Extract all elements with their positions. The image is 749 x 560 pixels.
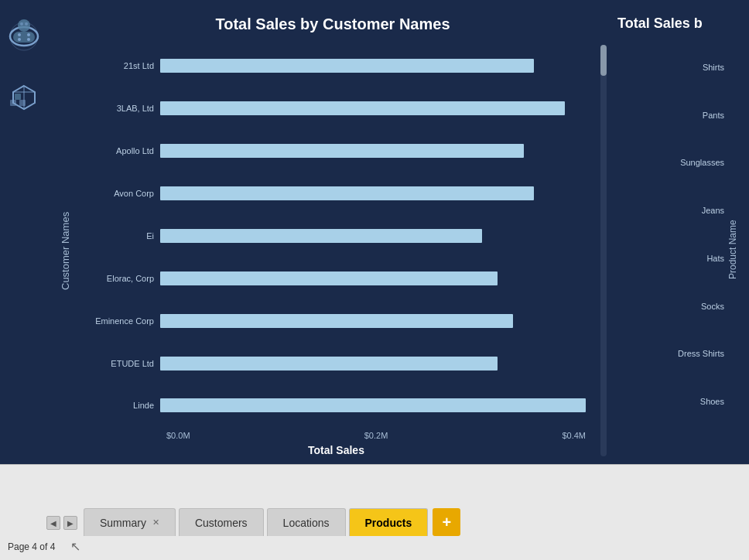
table-row: Linde [75, 394, 586, 416]
bar-track [160, 101, 586, 115]
table-row: 3LAB, Ltd [75, 97, 586, 119]
bar-fill [160, 398, 586, 412]
x-tick-2: $0.4M [446, 431, 586, 440]
svg-rect-14 [19, 100, 26, 106]
bar-track [160, 144, 586, 158]
bar-track [160, 229, 586, 243]
table-row: Apollo Ltd [75, 140, 586, 162]
bar-track [160, 357, 586, 370]
tab-products[interactable]: Products [349, 508, 429, 536]
svg-point-3 [18, 33, 21, 36]
bar-label: Linde [75, 401, 160, 410]
bar-fill [160, 271, 498, 285]
tab-label: Summary [100, 517, 146, 529]
svg-point-9 [25, 22, 28, 26]
bar-fill [160, 229, 482, 243]
chart-right-y-label: Product Name [724, 43, 741, 456]
gamepad-icon [5, 15, 43, 54]
bar-label: Ei [75, 231, 160, 241]
tab-customers[interactable]: Customers [179, 508, 264, 536]
table-row: Elorac, Corp [75, 268, 586, 289]
add-tab-button[interactable]: + [433, 508, 460, 536]
table-row: 21st Ltd [75, 55, 586, 77]
cube-icon [5, 77, 43, 116]
chart-left-y-label: Customer Names [56, 45, 75, 456]
bar-track [160, 398, 586, 412]
bar-track [160, 271, 586, 285]
bar-label: 3LAB, Ltd [75, 104, 160, 113]
bar-fill [160, 144, 524, 158]
scrollbar-thumb[interactable] [600, 45, 607, 76]
svg-point-8 [20, 22, 23, 26]
table-row: Eminence Corp [75, 310, 586, 332]
main-content: Total Sales by Customer Names Customer N… [48, 0, 749, 464]
page-number: Page 4 of 4 [8, 541, 55, 552]
x-tick-1: $0.2M [306, 431, 446, 440]
scrollbar[interactable] [597, 45, 610, 456]
tab-label: Locations [283, 517, 330, 529]
chart-right-title: Total Sales b [617, 15, 703, 32]
tab-label: Products [365, 517, 412, 529]
tabs-bar: ◀ ▶ Summary✕CustomersLocationsProducts +… [0, 464, 749, 560]
right-labels-area: ShirtsPantsSunglassesJeansHatsSocksDress… [617, 43, 724, 456]
bar-label: Elorac, Corp [75, 274, 160, 283]
list-item: Dress Shirts [617, 349, 724, 358]
bar-fill [160, 186, 534, 200]
scrollbar-track[interactable] [600, 45, 607, 456]
tab-summary[interactable]: Summary✕ [84, 508, 176, 536]
svg-rect-13 [10, 100, 16, 106]
tabs-container: Summary✕CustomersLocationsProducts [84, 508, 429, 536]
list-item: Jeans [617, 206, 724, 215]
tab-nav-right[interactable]: ▶ [63, 516, 77, 530]
svg-point-5 [18, 38, 21, 41]
bar-label: Eminence Corp [75, 316, 160, 326]
x-axis: $0.0M $0.2M $0.4M Total Sales [75, 431, 597, 456]
x-tick-0: $0.0M [166, 431, 306, 440]
tab-close-icon[interactable]: ✕ [152, 517, 159, 528]
cursor-indicator: ↖ [70, 539, 80, 554]
tab-nav-arrows: ◀ ▶ [46, 516, 77, 530]
tabs-row: ◀ ▶ Summary✕CustomersLocationsProducts + [0, 465, 749, 536]
svg-point-6 [27, 38, 30, 41]
bar-label: Avon Corp [75, 189, 160, 198]
list-item: Pants [617, 111, 724, 120]
list-item: Shirts [617, 63, 724, 72]
table-row: Avon Corp [75, 183, 586, 204]
table-row: ETUDE Ltd [75, 353, 586, 374]
chart-left-title: Total Sales by Customer Names [215, 15, 450, 33]
bar-fill [160, 314, 513, 328]
bar-label: 21st Ltd [75, 61, 160, 70]
bar-fill [160, 101, 565, 115]
bar-track [160, 59, 586, 73]
x-ticks: $0.0M $0.2M $0.4M [75, 431, 597, 440]
svg-rect-15 [15, 94, 21, 100]
chart-total-sales-products: Total Sales b ShirtsPantsSunglassesJeans… [617, 15, 741, 456]
page-info: Page 4 of 4 ↖ [0, 536, 749, 560]
bar-fill [160, 357, 498, 370]
svg-rect-2 [13, 32, 35, 43]
bar-fill [160, 59, 534, 73]
list-item: Hats [617, 254, 724, 263]
list-item: Socks [617, 302, 724, 311]
bar-track [160, 314, 586, 328]
bar-label: ETUDE Ltd [75, 359, 160, 368]
chart-total-sales-customers: Total Sales by Customer Names Customer N… [56, 15, 610, 456]
table-row: Ei [75, 225, 586, 247]
list-item: Sunglasses [617, 158, 724, 167]
tab-label: Customers [195, 517, 248, 529]
chart-left-x-label: Total Sales [308, 444, 364, 456]
bar-label: Apollo Ltd [75, 146, 160, 155]
tab-nav-left[interactable]: ◀ [46, 516, 60, 530]
sidebar [0, 0, 48, 464]
bars-area: 21st Ltd3LAB, LtdApollo LtdAvon CorpEiEl… [75, 45, 597, 427]
bar-track [160, 186, 586, 200]
list-item: Shoes [617, 397, 724, 406]
svg-point-7 [18, 19, 30, 32]
tab-locations[interactable]: Locations [267, 508, 346, 536]
svg-point-4 [27, 33, 30, 36]
